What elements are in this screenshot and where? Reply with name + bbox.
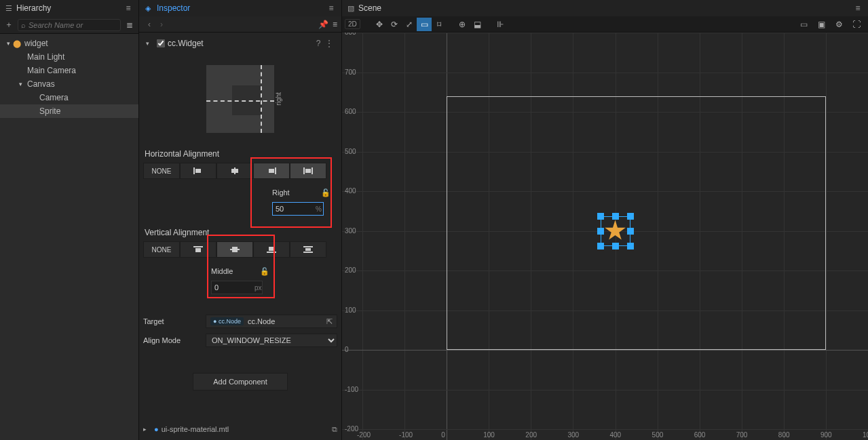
tool-pivot[interactable]: ⊕ bbox=[455, 18, 470, 31]
hierarchy-tree: ▾⬤widgetMain LightMain Camera▾CanvasCame… bbox=[0, 34, 138, 440]
hierarchy-search[interactable]: ⌕ bbox=[18, 19, 121, 31]
h-align-center[interactable] bbox=[216, 163, 253, 179]
grid-label-x: 0 bbox=[441, 431, 445, 439]
h-align-stretch[interactable] bbox=[290, 163, 326, 179]
grid-label-x: 1000 bbox=[863, 431, 868, 439]
target-value: cc.Node bbox=[248, 317, 275, 325]
v-align-top[interactable] bbox=[180, 241, 216, 258]
inspector-menu-icon[interactable]: ≡ bbox=[325, 3, 337, 13]
tool-camera[interactable]: ▣ bbox=[814, 18, 829, 31]
v-align-middle[interactable] bbox=[216, 241, 253, 258]
grid-line-horizontal bbox=[342, 33, 868, 33]
search-input[interactable] bbox=[29, 21, 117, 29]
grid-label-x: 800 bbox=[778, 431, 790, 439]
tree-item-label: Canvas bbox=[27, 79, 55, 89]
middle-input[interactable] bbox=[211, 281, 263, 294]
handle-bm[interactable] bbox=[612, 243, 619, 249]
horizontal-align-buttons: NONE bbox=[143, 163, 337, 179]
chevron-right-icon: ▸ bbox=[143, 426, 151, 433]
chevron-icon[interactable]: ▾ bbox=[16, 81, 24, 87]
add-node-button[interactable]: ＋ bbox=[3, 19, 15, 31]
tree-item-widget[interactable]: ▾⬤widget bbox=[0, 37, 138, 50]
tree-item-main-light[interactable]: Main Light bbox=[0, 50, 138, 64]
pin-icon[interactable]: 📌 bbox=[318, 20, 328, 29]
grid-line-vertical bbox=[826, 33, 827, 440]
target-field[interactable]: ● cc.Node cc.Node ⇱ bbox=[206, 315, 337, 328]
v-align-bottom[interactable] bbox=[253, 241, 290, 258]
tool-local[interactable]: ⬓ bbox=[470, 18, 485, 31]
align-mode-row: Align Mode ON_WINDOW_RESIZE bbox=[143, 332, 337, 348]
scene-menu-icon[interactable]: ≡ bbox=[852, 3, 864, 13]
dimension-toggle[interactable]: 2D bbox=[345, 19, 360, 29]
hierarchy-header: ☰ Hierarchy ≡ bbox=[0, 0, 138, 16]
grid-line-horizontal bbox=[342, 390, 868, 391]
inspector-panel: ◈ Inspector ≡ ‹ › 📌 ≡ ▾ cc.Widget ? ⋮ ri… bbox=[139, 0, 342, 440]
tool-rect[interactable]: ▭ bbox=[417, 18, 432, 31]
vertical-alignment-label: Vertical Alignment bbox=[143, 228, 337, 237]
add-component-button[interactable]: Add Component bbox=[193, 373, 288, 391]
tool-settings[interactable]: ⚙ bbox=[831, 18, 846, 31]
list-toggle-icon[interactable]: ≣ bbox=[124, 20, 136, 30]
tree-item-canvas[interactable]: ▾Canvas bbox=[0, 77, 138, 91]
grid-label-y: 600 bbox=[345, 108, 356, 115]
copy-icon[interactable]: ⧉ bbox=[332, 425, 337, 434]
h-align-left[interactable] bbox=[180, 163, 216, 179]
scene-icon: ▧ bbox=[346, 3, 356, 13]
grid-label-y: 500 bbox=[345, 148, 356, 155]
component-menu-icon[interactable]: ⋮ bbox=[324, 39, 335, 48]
v-align-stretch[interactable] bbox=[290, 241, 326, 258]
h-align-none[interactable]: NONE bbox=[143, 163, 180, 179]
chevron-icon[interactable]: ▾ bbox=[4, 40, 12, 47]
handle-ml[interactable] bbox=[597, 228, 604, 235]
tool-fullscreen[interactable]: ⛶ bbox=[849, 18, 864, 31]
tree-item-main-camera[interactable]: Main Camera bbox=[0, 64, 138, 77]
handle-bl[interactable] bbox=[597, 243, 604, 249]
tree-item-camera[interactable]: Camera bbox=[0, 91, 138, 104]
handle-br[interactable] bbox=[627, 243, 634, 249]
lock-icon[interactable]: 🔓 bbox=[321, 188, 331, 197]
grid-label-x: 500 bbox=[652, 431, 664, 439]
tree-item-label: Sprite bbox=[39, 106, 60, 116]
search-icon: ⌕ bbox=[21, 21, 26, 29]
tool-align[interactable]: ⊪ bbox=[493, 18, 508, 31]
hierarchy-menu-icon[interactable]: ≡ bbox=[122, 3, 134, 13]
preview-dash-horizontal bbox=[206, 100, 274, 102]
handle-tm[interactable] bbox=[612, 213, 619, 220]
tool-gizmo-settings[interactable]: ▭ bbox=[796, 18, 811, 31]
tool-move[interactable]: ✥ bbox=[372, 18, 387, 31]
tree-item-sprite[interactable]: Sprite bbox=[0, 104, 138, 118]
grid-label-y: 0 bbox=[345, 346, 349, 353]
tool-rotate[interactable]: ⟳ bbox=[387, 18, 402, 31]
scene-canvas[interactable]: -200-10001002003004005006007008009001000… bbox=[342, 33, 868, 440]
material-name: ui-sprite-material.mtl bbox=[162, 425, 229, 433]
v-align-none[interactable]: NONE bbox=[143, 241, 180, 258]
grid-label-x: -100 bbox=[399, 431, 413, 439]
component-enabled-checkbox[interactable] bbox=[157, 39, 165, 47]
grid-label-y: -100 bbox=[345, 386, 358, 393]
inspector-title: Inspector bbox=[157, 3, 190, 13]
align-mode-select[interactable]: ON_WINDOW_RESIZE bbox=[206, 334, 337, 347]
lock-icon-2[interactable]: 🔓 bbox=[260, 267, 269, 276]
nav-back-button[interactable]: ‹ bbox=[143, 20, 155, 29]
link-icon[interactable]: ⇱ bbox=[326, 317, 333, 326]
tool-snap[interactable]: ⌑ bbox=[432, 18, 447, 31]
sprite-gizmo[interactable] bbox=[601, 216, 630, 246]
handle-mr[interactable] bbox=[627, 228, 634, 235]
target-tag: ● cc.Node bbox=[210, 317, 244, 325]
handle-tr[interactable] bbox=[627, 213, 634, 220]
right-input[interactable] bbox=[272, 202, 324, 216]
grid-label-y: 300 bbox=[345, 227, 356, 235]
handle-tl[interactable] bbox=[597, 213, 604, 220]
grid-label-x: 300 bbox=[567, 431, 579, 439]
grid-line-horizontal bbox=[342, 429, 868, 430]
inspector-sub-menu-icon[interactable]: ≡ bbox=[333, 20, 337, 29]
help-icon[interactable]: ? bbox=[313, 39, 324, 48]
tree-item-label: widget bbox=[24, 39, 48, 48]
h-align-right[interactable] bbox=[253, 163, 290, 179]
component-header[interactable]: ▾ cc.Widget ? ⋮ bbox=[143, 35, 337, 52]
nav-forward-button[interactable]: › bbox=[155, 20, 168, 29]
tool-scale[interactable]: ⤢ bbox=[402, 18, 417, 31]
grid-line-vertical bbox=[404, 33, 405, 440]
grid-label-x: 400 bbox=[610, 431, 622, 439]
material-row[interactable]: ▸ ● ui-sprite-material.mtl ⧉ bbox=[143, 422, 337, 436]
